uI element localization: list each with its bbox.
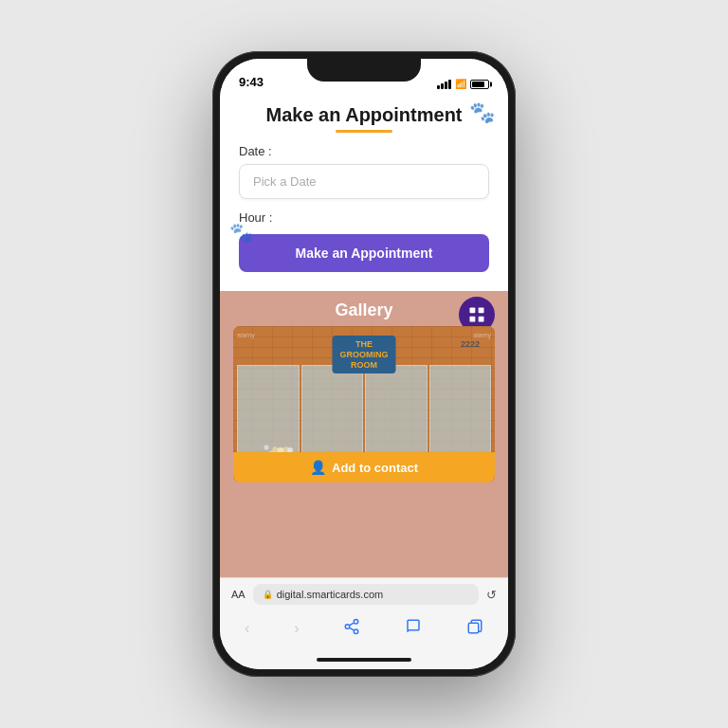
tabs-button[interactable] (461, 616, 489, 641)
person-add-icon: 👤 (310, 460, 326, 475)
svg-rect-1 (479, 308, 484, 314)
make-appointment-button[interactable]: Make an Appointment (239, 234, 489, 272)
svg-rect-3 (479, 317, 484, 322)
back-button[interactable]: ‹ (239, 618, 255, 639)
add-contact-label: Add to contact (332, 461, 418, 475)
store-sign: THE GROOMING ROOM (333, 336, 396, 373)
phone-device: 9:43 📶 🐾 Make an Appointment (212, 51, 516, 677)
svg-rect-2 (470, 317, 476, 322)
add-contact-button[interactable]: 👤 Add to contact (233, 452, 495, 482)
browser-bar: AA 🔒 digital.smarticards.com ↺ (220, 577, 508, 610)
store-number: 2222 (461, 339, 480, 349)
page-title: Make an Appointment (239, 104, 489, 126)
bookmarks-button[interactable] (399, 616, 428, 641)
gallery-section: Gallery (220, 291, 508, 577)
store-sign-line3: ROOM (340, 360, 389, 371)
gallery-image: THE GROOMING ROOM 2222 (233, 326, 495, 482)
aa-button[interactable]: AA (231, 589, 246, 600)
svg-rect-0 (470, 308, 476, 314)
phone-notch (307, 59, 421, 82)
gallery-header: Gallery (220, 291, 508, 326)
grid-icon (467, 305, 486, 324)
gallery-title: Gallery (335, 300, 392, 320)
store-sign-line2: GROOMING (340, 350, 389, 360)
home-indicator (220, 650, 508, 669)
date-label: Date : (239, 144, 489, 158)
store-sign-line1: THE (340, 339, 389, 350)
forward-button[interactable]: › (288, 618, 304, 639)
battery-icon (470, 80, 489, 89)
tabs-icon (466, 618, 483, 635)
url-text: digital.smarticards.com (277, 589, 383, 600)
svg-point-13 (264, 446, 269, 450)
paw-decoration-bottom: 🐾 (229, 221, 253, 244)
reload-button[interactable]: ↺ (486, 588, 497, 602)
screen-content: 🐾 Make an Appointment Date : Pick a Date… (220, 93, 508, 577)
url-bar[interactable]: 🔒 digital.smarticards.com (253, 584, 479, 605)
book-icon (405, 618, 422, 635)
hour-label: Hour : (239, 210, 489, 225)
status-icons: 📶 (437, 79, 489, 89)
appointment-section: 🐾 Make an Appointment Date : Pick a Date… (220, 93, 508, 291)
status-time: 9:43 (239, 75, 264, 89)
date-placeholder: Pick a Date (253, 174, 316, 189)
home-bar (317, 658, 411, 662)
share-button[interactable] (337, 616, 366, 641)
title-underline (336, 130, 392, 133)
date-input[interactable]: Pick a Date (239, 164, 489, 199)
browser-nav: ‹ › (220, 610, 508, 650)
phone-screen: 9:43 📶 🐾 Make an Appointment (220, 59, 508, 669)
svg-rect-14 (468, 623, 479, 633)
lock-icon: 🔒 (263, 590, 273, 599)
paw-decoration-top: 🐾 (469, 100, 495, 125)
signal-icon (437, 80, 451, 89)
wifi-icon: 📶 (455, 79, 466, 89)
share-icon (343, 618, 360, 635)
